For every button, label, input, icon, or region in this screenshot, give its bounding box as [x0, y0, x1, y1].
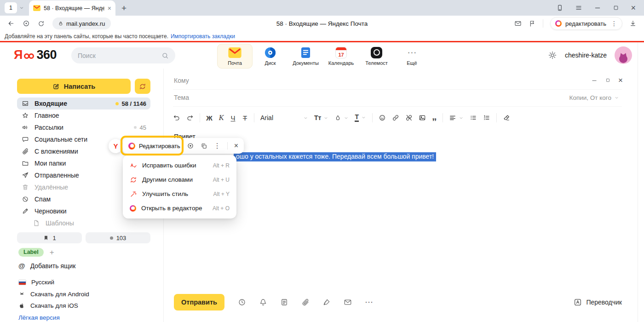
search-icon[interactable]	[161, 52, 169, 59]
eraser-button[interactable]	[503, 114, 510, 121]
italic-button[interactable]: К	[218, 114, 224, 122]
download-ios-link[interactable]: Скачать для iOS	[18, 300, 89, 312]
subject-label[interactable]: Тема	[174, 94, 189, 101]
service-disk[interactable]: Диск	[253, 44, 288, 69]
close-window-icon[interactable]: ×	[631, 3, 636, 13]
import-bookmarks-link[interactable]: Импортировать закладки	[171, 33, 235, 40]
scrollbar-rail[interactable]	[638, 42, 644, 322]
user-avatar[interactable]	[615, 46, 632, 64]
maximize-window-icon[interactable]	[613, 5, 619, 11]
link-button[interactable]	[392, 114, 399, 121]
tab-list-chevron-icon[interactable]	[19, 5, 24, 11]
mail-shortcut-icon[interactable]	[514, 20, 522, 27]
compose-button[interactable]: Написать	[17, 79, 131, 94]
alice-icon[interactable]	[23, 20, 30, 27]
collapse-compose-icon[interactable]	[591, 77, 598, 84]
send-button[interactable]: Отправить	[174, 294, 224, 310]
expand-compose-icon[interactable]	[605, 78, 610, 83]
attach-letter-icon[interactable]	[344, 298, 352, 306]
spam-ban-icon	[21, 196, 29, 203]
insert-image-button[interactable]	[419, 114, 426, 121]
font-size-select[interactable]: Тт	[314, 114, 328, 121]
bold-button[interactable]: Ж	[206, 114, 213, 122]
cc-from-button[interactable]: Копии, От кого	[569, 94, 619, 101]
reminder-bell-icon[interactable]	[259, 298, 267, 306]
redo-button[interactable]	[186, 114, 194, 121]
selected-text[interactable]: ошо у остальных кажется тоже. Передавай …	[234, 152, 436, 161]
attach-file-icon[interactable]	[301, 298, 310, 306]
emoji-button[interactable]	[379, 114, 386, 121]
more-options-icon[interactable]: ⋯	[365, 297, 374, 307]
shortcut-label: Alt + O	[213, 205, 230, 212]
label-tag[interactable]: Label	[18, 248, 44, 257]
browser-tab[interactable]: 58 · Входящие — Янде ×	[29, 0, 115, 16]
close-compose-icon[interactable]: ×	[618, 76, 623, 84]
back-icon[interactable]	[7, 20, 15, 27]
translator-button[interactable]: Переводчик	[574, 298, 622, 306]
search-input[interactable]	[78, 52, 161, 59]
numbered-list-button[interactable]	[483, 114, 490, 121]
gpt-toolbar-menu-icon[interactable]: ⋮	[214, 142, 221, 150]
underline-button[interactable]: Ч	[230, 114, 236, 122]
new-tab-button[interactable]: +	[121, 4, 126, 12]
gpt-assistant-button[interactable]: Y	[109, 139, 123, 153]
service-calendar[interactable]: 17 Календарь	[323, 44, 359, 69]
extension-menu-icon[interactable]: ⋮	[611, 20, 617, 27]
add-label-button[interactable]: +	[50, 248, 54, 256]
refresh-button[interactable]	[135, 79, 150, 94]
browser-menu-icon[interactable]	[575, 4, 582, 12]
text-color-button[interactable]: Т	[355, 114, 366, 122]
download-android-link[interactable]: Скачать для Android	[18, 288, 89, 300]
add-mailbox-button[interactable]: @ Добавить ящик	[18, 262, 75, 270]
yandex360-logo[interactable]: Я 360	[14, 48, 57, 62]
search-box[interactable]	[71, 47, 175, 63]
url-field[interactable]: mail.yandex.ru	[52, 17, 111, 29]
tab-close-icon[interactable]: ×	[108, 5, 111, 12]
format-toolbar: Ж К Ч T Arial Тт Т „	[173, 110, 516, 126]
undo-button[interactable]	[173, 114, 180, 121]
highlight-color-button[interactable]	[334, 115, 349, 121]
service-telemost[interactable]: Телемост	[359, 44, 394, 69]
align-button[interactable]	[449, 114, 464, 121]
folder-templates[interactable]: Шаблоны	[17, 217, 150, 229]
tab-counter[interactable]: 1	[5, 2, 17, 13]
service-more[interactable]: ⋯ Ещё	[394, 44, 430, 69]
voice-readout-icon[interactable]	[187, 142, 194, 150]
folder-newsletters[interactable]: Рассылки 45	[17, 121, 150, 133]
font-family-select[interactable]: Arial	[260, 114, 308, 121]
folder-important[interactable]: Главное	[17, 109, 150, 121]
divider	[543, 19, 543, 28]
settings-gear-icon[interactable]	[548, 51, 557, 60]
to-label[interactable]: Кому	[174, 77, 189, 84]
devices-sync-icon[interactable]	[556, 4, 564, 12]
downloads-icon[interactable]	[629, 20, 637, 27]
menu-item-rephrase[interactable]: Другими словами Alt + U	[123, 172, 236, 187]
bookmark-flag-icon[interactable]	[529, 20, 536, 27]
copy-icon[interactable]	[201, 143, 207, 150]
template-icon[interactable]	[280, 298, 288, 306]
minimize-window-icon[interactable]	[594, 4, 601, 12]
chevron-down-icon	[323, 115, 328, 121]
gpt-toolbar-close-icon[interactable]: ×	[234, 142, 238, 150]
user-name[interactable]: cheshire-katze	[565, 52, 607, 59]
bookmarks-pill[interactable]: 1	[17, 232, 82, 243]
apple-icon	[18, 302, 25, 309]
quote-button[interactable]: „	[432, 115, 437, 118]
pen-signature-icon[interactable]	[322, 298, 331, 306]
menu-item-open-editor[interactable]: Открыть в редакторе Alt + O	[123, 201, 236, 215]
unlink-button[interactable]	[405, 114, 413, 121]
language-row[interactable]: Русский	[18, 276, 89, 288]
strikethrough-button[interactable]: T	[242, 114, 248, 122]
menu-item-improve-style[interactable]: Улучшить стиль Alt + Y	[123, 187, 236, 201]
dot-counter-pill[interactable]: 103	[86, 232, 150, 243]
schedule-send-icon[interactable]	[238, 298, 246, 306]
gpt-edit-button[interactable]: Редактировать	[123, 138, 186, 154]
menu-item-fix-errors[interactable]: Исправить ошибки Alt + R	[123, 158, 236, 172]
service-mail[interactable]: Почта	[217, 44, 253, 69]
folder-inbox[interactable]: Входящие 58 / 1146	[17, 98, 150, 109]
editor-extension-button[interactable]: редактировать ⋮	[550, 17, 622, 30]
light-version-link[interactable]: Лёгкая версия	[18, 312, 89, 322]
reload-icon[interactable]	[38, 20, 45, 27]
bullet-list-button[interactable]	[470, 114, 477, 121]
service-docs[interactable]: Документы	[288, 44, 323, 69]
